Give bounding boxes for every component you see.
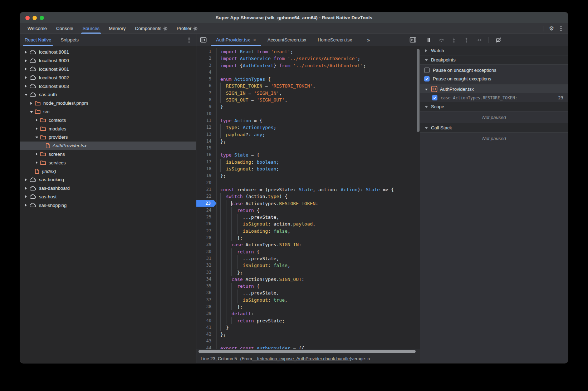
tree-item-sas-host[interactable]: sas-host [20, 193, 196, 201]
chevron-right-icon[interactable] [34, 153, 39, 155]
code-editor[interactable]: 1import React from 'react';2import AuthS… [196, 46, 420, 349]
tab-profiler[interactable]: Profiler [172, 23, 202, 34]
editor-tab-homescreen-tsx[interactable]: HomeScreen.tsx [312, 34, 358, 46]
line-number[interactable]: 27 [196, 228, 216, 234]
checkbox-checked[interactable] [432, 95, 437, 100]
tab-console[interactable]: Console [52, 23, 78, 34]
deactivate-breakpoints-icon[interactable] [496, 37, 501, 43]
show-debugger-icon[interactable] [406, 34, 420, 46]
close-window-button[interactable] [25, 16, 30, 20]
settings-gear-icon[interactable]: ⚙︎ [549, 26, 554, 31]
tree-item-index[interactable]: (index) [20, 167, 196, 175]
line-number[interactable]: 30 [196, 248, 216, 255]
chevron-right-icon[interactable] [24, 85, 28, 88]
step-icon[interactable] [476, 37, 482, 43]
tree-item-localhost-9000[interactable]: localhost:9000 [20, 56, 196, 65]
line-number[interactable]: 18 [196, 165, 216, 172]
editor-horizontal-scrollbar[interactable] [199, 350, 416, 353]
tab-memory[interactable]: Memory [104, 23, 130, 34]
line-number[interactable]: 14 [196, 138, 216, 145]
tree-item-sas-shopping[interactable]: sas-shopping [20, 201, 196, 209]
line-number[interactable]: 39 [196, 310, 216, 317]
checkbox-unchecked[interactable] [424, 68, 430, 73]
tree-item-authprovider-tsx[interactable]: AuthProvider.tsx [20, 142, 196, 150]
line-number[interactable]: 7 [196, 90, 216, 96]
line-number[interactable]: 33 [196, 269, 216, 276]
more-tabs-icon[interactable]: » [364, 34, 372, 46]
line-number[interactable]: 13 [196, 131, 216, 138]
line-number[interactable]: 26 [196, 221, 216, 227]
tree-item-screens[interactable]: screens [20, 150, 196, 159]
line-number[interactable]: 3 [196, 62, 216, 69]
chevron-right-icon[interactable] [24, 195, 28, 198]
line-number[interactable]: 44 [196, 345, 216, 349]
tree-item-localhost-9002[interactable]: localhost:9002 [20, 73, 196, 82]
line-number[interactable]: 15 [196, 145, 216, 152]
line-number[interactable]: 2 [196, 55, 216, 62]
chevron-right-icon[interactable] [24, 51, 28, 54]
step-over-icon[interactable] [438, 37, 444, 43]
editor-tab-accountscreen-tsx[interactable]: AccountScreen.tsx [262, 34, 312, 46]
tab-welcome[interactable]: Welcome [23, 23, 52, 34]
line-number[interactable]: 19 [196, 172, 216, 179]
line-number[interactable]: 31 [196, 255, 216, 262]
line-number[interactable]: 20 [196, 179, 216, 186]
chevron-right-icon[interactable] [29, 102, 34, 105]
chevron-right-icon[interactable] [24, 178, 28, 181]
line-number[interactable]: 43 [196, 338, 216, 345]
tree-item-node-modules-pnpm[interactable]: node_modules/.pnpm [20, 99, 196, 108]
checkbox-checked[interactable] [424, 76, 430, 81]
step-into-icon[interactable] [451, 37, 457, 43]
hide-navigator-icon[interactable] [196, 34, 210, 46]
line-number[interactable]: 5 [196, 76, 216, 83]
line-number[interactable]: 29 [196, 241, 216, 248]
line-number[interactable]: 42 [196, 331, 216, 338]
chevron-right-icon[interactable] [24, 76, 28, 79]
chevron-right-icon[interactable] [34, 127, 39, 130]
line-number[interactable]: 41 [196, 324, 216, 331]
chevron-right-icon[interactable] [24, 68, 28, 70]
chevron-down-icon[interactable] [29, 110, 34, 113]
chevron-right-icon[interactable] [24, 187, 28, 190]
tree-item-localhost-9003[interactable]: localhost:9003 [20, 82, 196, 90]
line-number[interactable]: 28 [196, 234, 216, 241]
chevron-right-icon[interactable] [34, 161, 39, 164]
tree-item-src[interactable]: src [20, 108, 196, 116]
more-options-icon[interactable] [559, 25, 563, 32]
chevron-right-icon[interactable] [24, 59, 28, 62]
line-number[interactable]: 1 [196, 48, 216, 55]
minimize-window-button[interactable] [33, 16, 37, 20]
tree-item-localhost-8081[interactable]: localhost:8081 [20, 48, 196, 56]
breakpoint-entry[interactable]: case ActionTypes.RESTORE_TOKEN:23 [420, 93, 568, 102]
chevron-right-icon[interactable] [34, 119, 39, 122]
line-number[interactable]: 38 [196, 303, 216, 310]
line-number[interactable]: 32 [196, 262, 216, 269]
line-number[interactable]: 10 [196, 110, 216, 117]
pause-icon[interactable] [426, 37, 432, 43]
scope-section-header[interactable]: Scope [420, 102, 568, 112]
line-number[interactable]: 11 [196, 117, 216, 124]
breakpoint-file-group[interactable]: AuthProvider.tsx [420, 84, 568, 93]
tree-item-sas-auth[interactable]: sas-auth [20, 90, 196, 99]
line-number[interactable]: 36 [196, 289, 216, 296]
tree-item-contexts[interactable]: contexts [20, 116, 196, 124]
tab-components[interactable]: Components [130, 23, 172, 34]
tab-sources[interactable]: Sources [78, 23, 104, 34]
line-number[interactable]: 24 [196, 207, 216, 214]
line-number[interactable]: 40 [196, 317, 216, 324]
line-number[interactable]: 21 [196, 186, 216, 193]
call-stack-section-header[interactable]: Call Stack [420, 123, 568, 133]
line-number[interactable]: 17 [196, 159, 216, 165]
tree-item-services[interactable]: services [20, 158, 196, 167]
tree-item-providers[interactable]: providers [20, 133, 196, 142]
line-number[interactable]: 8 [196, 96, 216, 103]
line-number[interactable]: 35 [196, 283, 216, 289]
navigator-more-icon[interactable] [187, 37, 191, 43]
watch-section-header[interactable]: Watch [420, 46, 568, 55]
step-out-icon[interactable] [464, 37, 469, 43]
zoom-window-button[interactable] [40, 16, 44, 20]
navigator-tab-snippets[interactable]: Snippets [56, 34, 83, 46]
editor-vertical-scrollbar[interactable] [417, 49, 420, 132]
line-number[interactable]: 9 [196, 103, 216, 110]
tree-item-sas-booking[interactable]: sas-booking [20, 175, 196, 184]
